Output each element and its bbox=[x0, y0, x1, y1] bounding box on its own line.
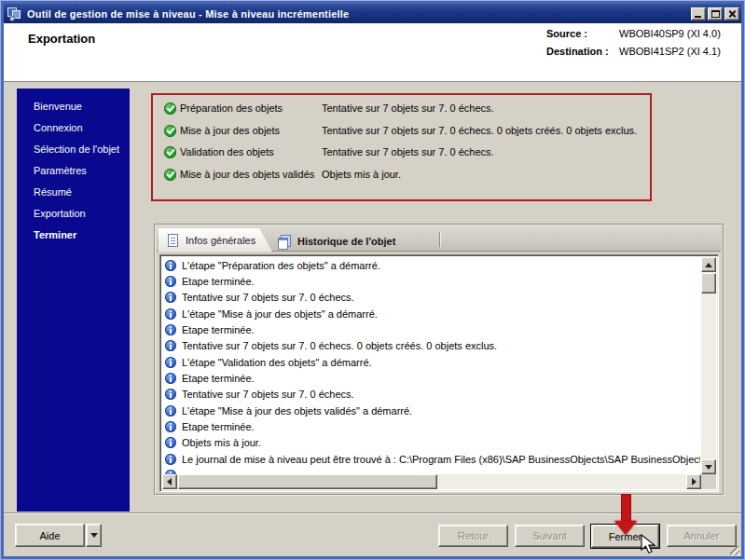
info-icon bbox=[165, 292, 176, 303]
info-icon bbox=[165, 437, 176, 448]
maximize-icon bbox=[711, 10, 720, 18]
info-icon bbox=[165, 340, 176, 351]
sidebar-item-exportation: Exportation bbox=[34, 208, 86, 219]
status-row: Mise à jour des objets validés Objets mi… bbox=[153, 168, 650, 183]
cancel-button: Annuler bbox=[667, 525, 737, 547]
info-icon bbox=[165, 357, 176, 368]
success-check-icon bbox=[164, 125, 176, 137]
sidebar-item-bienvenue: Bienvenue bbox=[34, 101, 82, 112]
log-row[interactable]: L'étape "Préparation des objets" a démar… bbox=[163, 257, 700, 273]
source-value: WBOBI40SP9 (XI 4.0) bbox=[619, 28, 721, 39]
mouse-cursor bbox=[641, 534, 659, 554]
page-title: Exportation bbox=[28, 32, 95, 46]
close-button[interactable] bbox=[724, 7, 739, 20]
tab-infos-generales[interactable]: Infos générales bbox=[159, 228, 272, 252]
object-history-icon bbox=[278, 235, 290, 248]
log-row[interactable]: Tentative sur 7 objets sur 7. 0 échecs. bbox=[163, 387, 700, 403]
scroll-up-button[interactable] bbox=[701, 257, 716, 272]
status-step: Préparation des objets bbox=[180, 102, 283, 114]
scroll-left-button[interactable] bbox=[162, 474, 177, 489]
info-icon bbox=[165, 276, 176, 287]
log-row[interactable]: Objets mis à jour. bbox=[163, 435, 700, 451]
vertical-scrollbar[interactable] bbox=[701, 257, 716, 474]
log-list[interactable]: L'étape "Préparation des objets" a démar… bbox=[159, 254, 719, 492]
info-icon bbox=[165, 373, 176, 384]
log-row[interactable]: Etape terminée. bbox=[163, 321, 700, 337]
info-icon bbox=[165, 308, 176, 320]
success-check-icon bbox=[164, 146, 176, 158]
status-row: Validation des objets Tentative sur 7 ob… bbox=[153, 145, 650, 160]
source-label: Source : bbox=[546, 28, 587, 39]
status-step: Validation des objets bbox=[180, 146, 274, 157]
red-arrow-head bbox=[614, 521, 637, 535]
status-result: Tentative sur 7 objets sur 7. 0 échecs. bbox=[322, 146, 494, 157]
maximize-button[interactable] bbox=[708, 7, 723, 20]
info-icon bbox=[165, 324, 176, 335]
wizard-steps-sidebar: Bienvenue Connexion Sélection de l'objet… bbox=[17, 89, 130, 512]
resize-grip[interactable] bbox=[730, 546, 739, 555]
chevron-down-icon bbox=[90, 533, 98, 541]
success-check-icon bbox=[164, 169, 176, 181]
log-row[interactable]: L'étape "Mise à jour des objets validés"… bbox=[163, 403, 700, 418]
log-panel: Infos générales Historique de l'objet L'… bbox=[154, 224, 724, 495]
scroll-down-button[interactable] bbox=[701, 459, 716, 474]
status-step: Mise à jour des objets validés bbox=[180, 169, 314, 180]
arrow-down-icon bbox=[705, 465, 712, 470]
status-result: Tentative sur 7 objets sur 7. 0 échecs. bbox=[322, 102, 494, 114]
sidebar-item-parametres: Paramètres bbox=[34, 165, 87, 176]
status-result: Objets mis à jour. bbox=[322, 169, 401, 180]
arrow-right-icon bbox=[692, 478, 697, 485]
tab-historique-objet[interactable]: Historique de l'objet bbox=[278, 230, 395, 252]
tab-label: Historique de l'objet bbox=[297, 236, 395, 247]
log-row[interactable]: Tentative sur 7 objets sur 7. 0 échecs. … bbox=[163, 338, 700, 354]
tab-label: Infos générales bbox=[186, 235, 255, 246]
help-button[interactable]: Aide bbox=[15, 524, 85, 547]
info-icon bbox=[165, 389, 176, 400]
log-row[interactable]: L'étape "Validation des objets" a démarr… bbox=[163, 354, 700, 370]
status-highlight-annotation: Préparation des objets Tentative sur 7 o… bbox=[151, 93, 652, 201]
red-arrow-annotation bbox=[622, 495, 630, 523]
log-row[interactable]: Tentative sur 7 objets sur 7. 0 échecs. bbox=[163, 290, 700, 306]
log-row[interactable]: Etape terminée. bbox=[163, 273, 700, 289]
status-row: Préparation des objets Tentative sur 7 o… bbox=[153, 102, 650, 116]
tab-strip: Infos générales Historique de l'objet bbox=[157, 226, 721, 252]
help-dropdown-button[interactable] bbox=[86, 524, 102, 547]
title-bar[interactable]: Outil de gestion de mise à niveau - Mise… bbox=[4, 4, 741, 23]
success-check-icon bbox=[164, 102, 176, 115]
destination-value: WBOBI41SP2 (XI 4.1) bbox=[619, 46, 721, 57]
tab-separator bbox=[439, 232, 440, 247]
sidebar-item-selection: Sélection de l'objet bbox=[34, 143, 119, 155]
status-row: Mise à jour des objets Tentative sur 7 o… bbox=[153, 124, 650, 139]
status-step: Mise à jour des objets bbox=[180, 125, 280, 136]
log-row[interactable]: Le journal de mise à niveau peut être tr… bbox=[163, 451, 700, 467]
next-button: Suivant bbox=[515, 525, 585, 547]
app-icon bbox=[7, 7, 21, 20]
arrow-up-icon bbox=[705, 263, 712, 267]
footer-separator bbox=[4, 512, 741, 514]
back-button: Retour bbox=[438, 525, 508, 547]
horizontal-scrollbar[interactable] bbox=[162, 474, 701, 489]
log-rows: L'étape "Préparation des objets" a démar… bbox=[163, 257, 700, 475]
arrow-left-icon bbox=[167, 478, 172, 485]
minimize-icon bbox=[695, 16, 701, 18]
info-icon bbox=[165, 454, 176, 465]
scroll-right-button[interactable] bbox=[686, 474, 701, 489]
window-title: Outil de gestion de mise à niveau - Mise… bbox=[27, 8, 349, 20]
application-window: Outil de gestion de mise à niveau - Mise… bbox=[0, 0, 745, 560]
status-result: Tentative sur 7 objets sur 7. 0 échecs. … bbox=[322, 125, 637, 136]
vertical-scroll-thumb[interactable] bbox=[701, 273, 716, 294]
log-row[interactable]: L'étape "Mise à jour des objets" a démar… bbox=[163, 306, 700, 321]
horizontal-scroll-thumb[interactable] bbox=[178, 474, 437, 489]
sidebar-item-connexion: Connexion bbox=[34, 122, 83, 133]
info-icon bbox=[165, 421, 176, 432]
header: Exportation Source : WBOBI40SP9 (XI 4.0)… bbox=[4, 23, 741, 82]
destination-label: Destination : bbox=[546, 46, 609, 57]
help-label: Aide bbox=[39, 530, 60, 541]
general-info-icon bbox=[168, 234, 178, 247]
sidebar-item-resume: Résumé bbox=[34, 186, 72, 198]
minimize-button[interactable] bbox=[691, 7, 706, 20]
info-icon bbox=[165, 260, 176, 271]
log-row[interactable]: Etape terminée. bbox=[163, 418, 700, 434]
scrollbar-corner bbox=[701, 474, 716, 489]
log-row[interactable]: Etape terminée. bbox=[163, 370, 700, 386]
